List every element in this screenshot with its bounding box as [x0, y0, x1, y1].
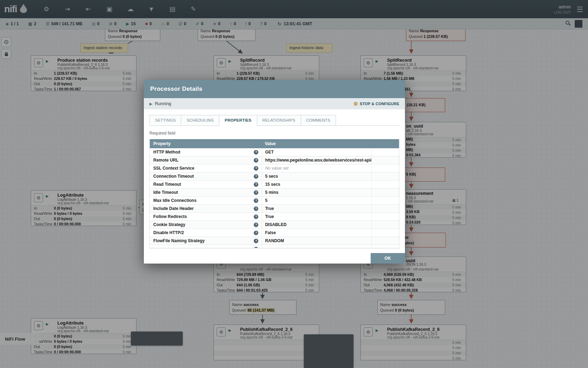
property-name-cell: Include Date Header? — [150, 205, 262, 212]
stop-and-configure-label: STOP & CONFIGURE — [360, 102, 399, 106]
property-spacer — [372, 245, 399, 248]
value-column-header: Value — [262, 141, 371, 146]
property-value: 5 mins — [262, 189, 371, 196]
property-spacer — [372, 172, 399, 180]
property-value: No value set — [262, 164, 371, 172]
property-name-cell: Cookie Strategy? — [150, 221, 262, 229]
property-spacer — [372, 148, 399, 156]
property-row: FlowFile Naming Strategy?RANDOM — [150, 237, 399, 245]
property-name-cell: Connection Timeout? — [150, 172, 262, 180]
property-row: Cookie Strategy?DISABLED — [150, 221, 399, 229]
help-icon[interactable]: ? — [254, 223, 258, 227]
property-value: https://www.pegelonline.wsv.de/webservic… — [262, 156, 371, 164]
property-name: Remote URL — [153, 158, 254, 163]
dialog-status-row: ▶ Running ⚙ STOP & CONFIGURE — [144, 98, 405, 109]
dialog-tabs: SETTINGSSCHEDULINGPROPERTIESRELATIONSHIP… — [149, 115, 399, 126]
property-value: GET — [262, 148, 371, 156]
property-name: Disable HTTP/2 — [153, 230, 254, 235]
help-icon[interactable]: ? — [254, 150, 258, 155]
property-row: Idle Timeout?5 mins — [150, 189, 399, 197]
tab-comments[interactable]: COMMENTS — [301, 115, 336, 125]
property-spacer — [372, 156, 399, 164]
running-icon: ▶ — [149, 102, 152, 106]
property-name-cell: Remote URL? — [150, 156, 262, 164]
property-name: Idle Timeout — [153, 190, 254, 195]
help-icon[interactable]: ? — [254, 206, 258, 211]
configure-gear-icon: ⚙ — [354, 101, 358, 106]
property-spacer — [372, 180, 399, 188]
property-value: 5 secs — [262, 172, 371, 180]
property-spacer — [372, 221, 399, 229]
property-name: SSL Context Service — [153, 166, 254, 171]
property-row: Connection Timeout?5 secs — [150, 172, 399, 180]
property-row: Remote URL?https://www.pegelonline.wsv.d… — [150, 156, 399, 164]
property-value: RANDOM — [262, 237, 371, 245]
required-field-hint: Required field — [149, 131, 399, 136]
ok-button[interactable]: OK — [371, 253, 405, 264]
help-icon[interactable]: ? — [254, 166, 258, 171]
tab-relationships[interactable]: RELATIONSHIPS — [257, 115, 301, 125]
property-name-cell: Read Timeout? — [150, 180, 262, 188]
property-name-cell: FlowFile Naming Strategy? — [150, 237, 262, 245]
property-value: 5 — [262, 197, 371, 204]
property-name: Read Timeout — [153, 182, 254, 187]
property-row: Read Timeout?15 secs — [150, 180, 399, 189]
property-spacer — [372, 229, 399, 237]
dialog-title: Processor Details — [144, 80, 405, 98]
property-spacer — [372, 189, 399, 196]
property-name: Max Idle Connections — [153, 198, 254, 203]
help-icon[interactable]: ? — [254, 158, 258, 163]
property-name: HTTP Method — [153, 150, 254, 155]
property-name: Include Date Header — [153, 206, 254, 211]
property-name: FlowFile Naming Strategy — [153, 238, 254, 243]
property-row: SSL Context Service?No value set — [150, 164, 399, 172]
properties-table-body: HTTP Method?GETRemote URL?https://www.pe… — [150, 148, 399, 248]
property-value — [262, 245, 371, 248]
property-row: Include Date Header?True — [150, 205, 399, 213]
properties-table-header: Property Value — [150, 139, 399, 148]
property-spacer — [372, 197, 399, 204]
help-icon[interactable]: ? — [254, 239, 258, 243]
run-status-label: Running — [155, 101, 171, 106]
tab-settings[interactable]: SETTINGS — [149, 115, 181, 125]
property-spacer — [372, 237, 399, 245]
help-icon[interactable]: ? — [254, 247, 258, 248]
property-spacer — [372, 205, 399, 212]
help-icon[interactable]: ? — [254, 174, 258, 179]
nifi-app: ⚙▶Produce station recordsPublishKafkaRec… — [0, 0, 588, 368]
property-value: False — [262, 229, 371, 237]
property-row: HTTP Method?GET — [150, 148, 399, 156]
property-name-cell: Disable HTTP/2? — [150, 229, 262, 237]
property-row: Follow Redirects?True — [150, 213, 399, 221]
property-row: ? — [150, 245, 399, 248]
help-icon[interactable]: ? — [254, 231, 258, 235]
tab-scheduling[interactable]: SCHEDULING — [181, 115, 219, 125]
help-icon[interactable]: ? — [254, 190, 258, 195]
property-name-cell: Follow Redirects? — [150, 213, 262, 220]
property-name: Cookie Strategy — [153, 222, 254, 227]
property-value: True — [262, 213, 371, 220]
property-name-cell: HTTP Method? — [150, 148, 262, 156]
stop-and-configure-button[interactable]: ⚙ STOP & CONFIGURE — [354, 101, 399, 106]
processor-details-dialog: Processor Details ▶ Running ⚙ STOP & CON… — [144, 80, 405, 264]
property-spacer — [372, 213, 399, 220]
property-value: DISABLED — [262, 221, 371, 229]
help-icon[interactable]: ? — [254, 182, 258, 187]
property-value: 15 secs — [262, 180, 371, 188]
property-row: Disable HTTP/2?False — [150, 229, 399, 237]
property-name-cell: Idle Timeout? — [150, 189, 262, 196]
property-name-cell: ? — [150, 245, 262, 248]
property-name: Connection Timeout — [153, 174, 254, 179]
property-row: Max Idle Connections?5 — [150, 197, 399, 205]
spacer-column-header — [372, 139, 399, 148]
property-spacer — [372, 164, 399, 172]
property-value: True — [262, 205, 371, 212]
property-name-cell: SSL Context Service? — [150, 164, 262, 172]
property-name-cell: Max Idle Connections? — [150, 197, 262, 204]
property-name: Follow Redirects — [153, 214, 254, 219]
property-column-header: Property — [150, 141, 262, 146]
properties-table: Property Value HTTP Method?GETRemote URL… — [149, 139, 399, 248]
tab-properties[interactable]: PROPERTIES — [219, 115, 257, 126]
help-icon[interactable]: ? — [254, 214, 258, 219]
help-icon[interactable]: ? — [254, 198, 258, 203]
